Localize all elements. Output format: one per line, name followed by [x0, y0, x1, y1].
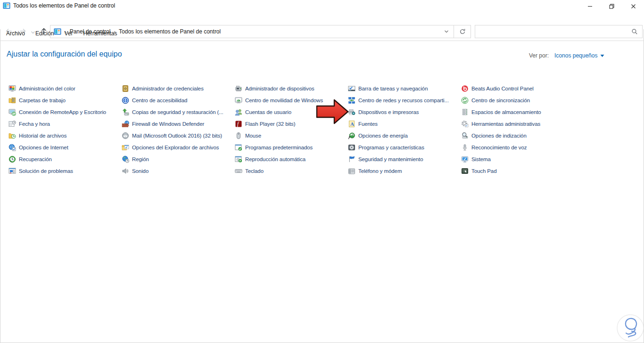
indexing-options-icon	[461, 132, 469, 139]
control-panel-item-label: Opciones de Internet	[19, 145, 68, 150]
control-panel-item-label: Flash Player (32 bits)	[245, 121, 295, 127]
control-panel-item-label: Cuentas de usuario	[245, 109, 291, 115]
control-panel-item[interactable]: Conexión de RemoteApp y Escritorio	[8, 106, 106, 118]
control-panel-item-label: Fecha y hora	[19, 121, 50, 127]
control-panel-item[interactable]: Administrador de credenciales	[122, 82, 204, 94]
annotation-arrow	[315, 98, 350, 126]
power-options-icon	[348, 132, 355, 139]
control-panel-item[interactable]: Barra de tareas y navegación	[348, 82, 428, 94]
control-panel-item[interactable]: Flash Player (32 bits)	[235, 118, 295, 130]
control-panel-item-label: Copias de seguridad y restauración (...	[132, 109, 223, 115]
control-panel-item[interactable]: Reproducción automática	[235, 153, 305, 165]
control-panel-item-label: Recuperación	[19, 156, 52, 162]
control-panel-item-label: Seguridad y mantenimiento	[358, 156, 423, 162]
control-panel-item[interactable]: Copias de seguridad y restauración (...	[122, 106, 223, 118]
file-history-icon	[8, 132, 16, 139]
search-button[interactable]	[627, 25, 642, 38]
window-title: Todos los elementos de Panel de control	[13, 0, 115, 11]
work-folders-icon	[8, 97, 16, 104]
control-panel-item[interactable]: Historial de archivos	[8, 130, 66, 141]
menu-archivo[interactable]: Archivo	[6, 30, 25, 40]
control-panel-app-icon	[3, 2, 10, 9]
restore-button[interactable]	[601, 0, 622, 12]
minimize-icon	[587, 4, 593, 9]
control-panel-item[interactable]: Cuentas de usuario	[235, 106, 291, 118]
control-panel-item[interactable]: Herramientas administrativas	[461, 118, 540, 130]
navigation-bar: › Panel de control › Todos los elementos…	[0, 11, 644, 29]
close-button[interactable]	[622, 0, 644, 12]
sound-icon	[122, 167, 129, 175]
minimize-button[interactable]	[579, 0, 601, 12]
control-panel-item-label: Opciones del Explorador de archivos	[132, 145, 219, 150]
control-panel-item[interactable]: Teléfono y módem	[348, 165, 402, 177]
mobility-center-icon	[235, 97, 242, 104]
control-panel-item[interactable]: Centro de redes y recursos comparti...	[348, 94, 449, 106]
touchpad-icon	[461, 167, 469, 175]
internet-options-icon	[8, 144, 16, 151]
control-panel-item[interactable]: Opciones de Internet	[8, 141, 68, 153]
control-panel-item[interactable]: Opciones del Explorador de archivos	[122, 141, 219, 153]
control-panel-item-label: Espacios de almacenamiento	[471, 109, 541, 115]
control-panel-item[interactable]: Fuentes	[348, 118, 378, 130]
ease-of-access-icon	[122, 97, 129, 104]
control-panel-item[interactable]: Solución de problemas	[8, 165, 73, 177]
control-panel-item[interactable]: Opciones de energía	[348, 130, 408, 141]
control-panel-item[interactable]: Programas y características	[348, 141, 424, 153]
control-panel-item[interactable]: Teclado	[235, 165, 264, 177]
control-panel-item[interactable]: Centro de movilidad de Windows	[235, 94, 323, 106]
breadcrumb-item-todos-los-elementos[interactable]: Todos los elementos de Panel de control	[119, 28, 221, 35]
menu-ver[interactable]: Ver	[64, 30, 73, 40]
control-panel-item[interactable]: Mouse	[235, 130, 261, 141]
control-panel-item[interactable]: Beats Audio Control Panel	[461, 82, 534, 94]
control-panel-item[interactable]: Administración del color	[8, 82, 75, 94]
menu-herramientas[interactable]: Herramientas	[83, 30, 117, 40]
address-dropdown-button[interactable]	[439, 25, 454, 38]
control-panel-item-label: Programas y características	[358, 145, 424, 150]
control-panel-item-label: Beats Audio Control Panel	[471, 86, 534, 91]
search-box	[475, 25, 643, 38]
control-panel-item-label: Solución de problemas	[19, 168, 73, 174]
device-manager-icon	[235, 85, 242, 92]
admin-tools-icon	[461, 120, 469, 128]
control-panel-item[interactable]: Seguridad y mantenimiento	[348, 153, 423, 165]
search-input[interactable]	[475, 25, 627, 38]
control-panel-item[interactable]: Región	[122, 153, 149, 165]
control-panel-item[interactable]: Touch Pad	[461, 165, 496, 177]
control-panel-item-label: Teclado	[245, 168, 264, 174]
view-by-dropdown[interactable]: Iconos pequeños	[554, 52, 604, 59]
control-panel-item[interactable]: Reconocimiento de voz	[461, 141, 527, 153]
control-panel-item[interactable]: Programas predeterminados	[235, 141, 313, 153]
control-panel-item[interactable]: Carpetas de trabajo	[8, 94, 66, 106]
control-panel-item[interactable]: Espacios de almacenamiento	[461, 106, 541, 118]
title-bar: Todos los elementos de Panel de control	[0, 0, 644, 11]
control-panel-item[interactable]: Mail (Microsoft Outlook 2016) (32 bits)	[122, 130, 222, 141]
system-icon	[461, 155, 469, 163]
default-programs-icon	[235, 144, 242, 151]
control-panel-item[interactable]: Sonido	[122, 165, 149, 177]
control-panel-item-label: Dispositivos e impresoras	[358, 109, 419, 115]
control-panel-item[interactable]: Administrador de dispositivos	[235, 82, 314, 94]
control-panel-item-label: Administrador de credenciales	[132, 86, 204, 91]
control-panel-item-label: Programas predeterminados	[245, 145, 313, 150]
refresh-button[interactable]	[454, 25, 471, 38]
control-panel-item-label: Firewall de Windows Defender	[132, 121, 204, 127]
keyboard-icon	[235, 167, 242, 175]
view-by-control: Ver por: Iconos pequeños	[529, 52, 604, 59]
control-panel-item-label: Sonido	[132, 168, 149, 174]
menu-edicion[interactable]: Edición	[35, 30, 54, 40]
control-panel-item-label: Opciones de energía	[358, 133, 408, 139]
user-accounts-icon	[235, 108, 242, 116]
control-panel-item[interactable]: Fecha y hora	[8, 118, 50, 130]
speech-recognition-icon	[461, 144, 469, 151]
window-controls	[579, 0, 644, 12]
control-panel-item[interactable]: Opciones de indización	[461, 130, 527, 141]
control-panel-item-label: Historial de archivos	[19, 133, 66, 139]
control-panel-item[interactable]: Firewall de Windows Defender	[122, 118, 204, 130]
control-panel-item[interactable]: Centro de sincronización	[461, 94, 530, 106]
control-panel-item[interactable]: Sistema	[461, 153, 491, 165]
control-panel-item[interactable]: Dispositivos e impresoras	[348, 106, 419, 118]
control-panel-item[interactable]: Centro de accesibilidad	[122, 94, 187, 106]
remoteapp-icon	[8, 108, 16, 116]
control-panel-item[interactable]: Recuperación	[8, 153, 52, 165]
control-panel-item-label: Sistema	[471, 156, 491, 162]
